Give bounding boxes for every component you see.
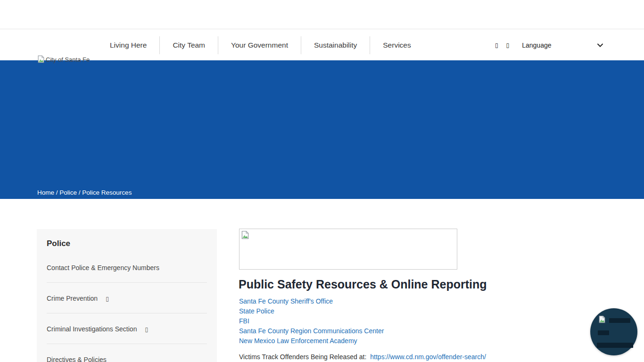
sidebar-item-label: Contact Police & Emergency Numbers — [47, 264, 159, 272]
search-icon[interactable]: ▯ — [495, 42, 498, 49]
page: Living Here City Team Your Government Su… — [0, 0, 644, 362]
nav-item-sustainability[interactable]: Sustainability — [301, 41, 370, 49]
language-select[interactable]: Language — [522, 41, 603, 49]
site-logo[interactable]: City of Santa Fe — [37, 55, 90, 63]
chat-widget-button[interactable] — [590, 308, 637, 355]
main-header: Living Here City Team Your Government Su… — [0, 30, 644, 60]
accessibility-icon[interactable]: ▯ — [506, 42, 510, 49]
broken-image-icon — [37, 55, 45, 63]
sidebar-item-crime-prevention[interactable]: Crime Prevention▯ — [47, 283, 207, 313]
content-heading: Public Safety Resources & Online Reporti… — [239, 278, 487, 291]
nav-item-living-here[interactable]: Living Here — [97, 41, 159, 49]
content-image-placeholder — [239, 229, 457, 270]
expand-toggle-icon[interactable]: ▯ — [145, 326, 148, 333]
language-select-label: Language — [522, 41, 551, 49]
expand-toggle-icon[interactable]: ▯ — [106, 296, 109, 302]
sidebar-items: Contact Police & Emergency Numbers Crime… — [47, 252, 207, 362]
chat-widget-alt-text — [597, 343, 633, 348]
primary-nav: Living Here City Team Your Government Su… — [97, 30, 424, 60]
breadcrumb-police-link[interactable]: Police — [59, 189, 77, 196]
link-communications-center[interactable]: Santa Fe County Region Communications Ce… — [239, 326, 384, 336]
sidebar-item-criminal-investigations[interactable]: Criminal Investigations Section▯ — [47, 313, 207, 344]
link-state-police[interactable]: State Police — [239, 306, 384, 316]
broken-image-icon — [241, 230, 249, 239]
chat-widget-alt-text — [598, 330, 609, 335]
link-sheriffs-office[interactable]: Santa Fe County Sheriff's Office — [239, 296, 384, 306]
nav-item-your-government[interactable]: Your Government — [218, 41, 301, 49]
breadcrumb-home-link[interactable]: Home — [37, 189, 54, 196]
broken-image-icon — [598, 315, 606, 323]
link-law-enforcement-academy[interactable]: New Mexico Law Enforcement Academy — [239, 336, 384, 346]
chevron-down-icon — [597, 43, 603, 47]
page-title: Police Resources — [37, 199, 168, 217]
victims-label: Victims Track Offenders Being Released a… — [239, 353, 366, 361]
chat-widget-alt-text — [609, 318, 630, 323]
header-utility: ▯ ▯ Language — [495, 30, 603, 60]
breadcrumb: Home / Police / Police Resources — [37, 189, 132, 196]
sidebar-title: Police — [37, 229, 217, 252]
nav-item-city-team[interactable]: City Team — [160, 41, 218, 49]
sidebar-item-label: Directives & Policies — [47, 356, 107, 362]
victims-offender-line: Victims Track Offenders Being Released a… — [239, 353, 486, 361]
sidebar-item-directives-policies[interactable]: Directives & Policies — [47, 344, 207, 362]
hero-banner: Home / Police / Police Resources Police … — [0, 60, 644, 199]
offender-search-link[interactable]: https://www.cd.nm.gov/offender-search/ — [370, 353, 486, 361]
top-strip — [0, 0, 644, 29]
link-fbi[interactable]: FBI — [239, 316, 384, 326]
resource-links: Santa Fe County Sheriff's Office State P… — [239, 296, 384, 346]
breadcrumb-separator: / — [77, 189, 82, 196]
sidebar-item-contact-police[interactable]: Contact Police & Emergency Numbers — [47, 252, 207, 283]
nav-item-services[interactable]: Services — [370, 41, 423, 49]
sidebar-item-label: Criminal Investigations Section — [47, 325, 137, 333]
breadcrumb-separator: / — [54, 189, 59, 196]
sidebar-item-label: Crime Prevention — [47, 295, 98, 302]
site-logo-alt-text: City of Santa Fe — [46, 56, 90, 63]
police-sidebar: Police Contact Police & Emergency Number… — [37, 229, 217, 362]
breadcrumb-current: Police Resources — [82, 189, 132, 196]
